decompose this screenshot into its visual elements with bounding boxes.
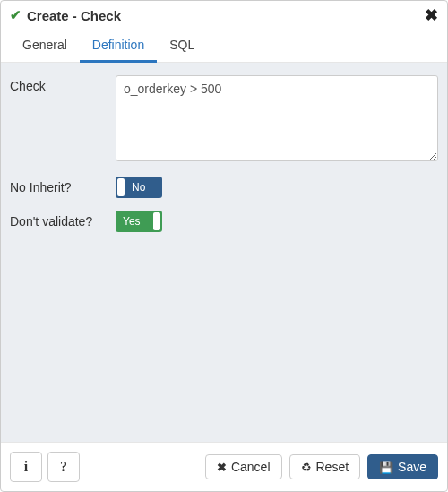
tabs: General Definition SQL <box>1 30 447 63</box>
dialog-title: Create - Check <box>27 8 425 23</box>
footer-right: ✖ Cancel ♻ Reset 💾 Save <box>205 454 438 479</box>
label-dont-validate: Don't validate? <box>10 214 116 229</box>
dialog-body: Check No Inherit? No Don't validate? Yes <box>1 63 447 442</box>
save-icon: 💾 <box>379 462 393 473</box>
help-icon: ? <box>60 460 67 474</box>
info-icon: i <box>24 460 28 474</box>
toggle-knob <box>117 178 125 196</box>
cancel-icon: ✖ <box>217 462 227 473</box>
close-icon[interactable]: ✖ <box>425 7 438 23</box>
reset-icon: ♻ <box>301 462 312 473</box>
cancel-label: Cancel <box>231 461 271 473</box>
cancel-button[interactable]: ✖ Cancel <box>205 454 282 479</box>
toggle-no-inherit-state: No <box>132 181 145 194</box>
row-no-inherit: No Inherit? No <box>10 177 438 198</box>
dialog-header: ✔ Create - Check ✖ <box>1 1 447 30</box>
row-dont-validate: Don't validate? Yes <box>10 211 438 232</box>
check-icon: ✔ <box>10 7 22 23</box>
check-input[interactable] <box>116 75 438 161</box>
create-check-dialog: ✔ Create - Check ✖ General Definition SQ… <box>0 0 448 492</box>
label-check: Check <box>10 75 116 93</box>
reset-button[interactable]: ♻ Reset <box>289 454 361 479</box>
help-button[interactable]: ? <box>47 452 80 482</box>
toggle-dont-validate-state: Yes <box>123 215 141 228</box>
toggle-knob <box>153 212 160 230</box>
toggle-dont-validate[interactable]: Yes <box>116 211 162 232</box>
toggle-no-inherit[interactable]: No <box>116 177 162 198</box>
save-button[interactable]: 💾 Save <box>367 454 438 479</box>
save-label: Save <box>398 461 426 473</box>
dialog-footer: i ? ✖ Cancel ♻ Reset 💾 Save <box>1 442 447 491</box>
label-no-inherit: No Inherit? <box>10 180 116 194</box>
tab-definition[interactable]: Definition <box>80 30 157 63</box>
tab-general[interactable]: General <box>10 30 80 63</box>
reset-label: Reset <box>316 461 349 473</box>
footer-left: i ? <box>10 452 80 482</box>
info-button[interactable]: i <box>10 452 42 482</box>
row-check: Check <box>10 75 438 164</box>
tab-sql[interactable]: SQL <box>157 30 207 63</box>
